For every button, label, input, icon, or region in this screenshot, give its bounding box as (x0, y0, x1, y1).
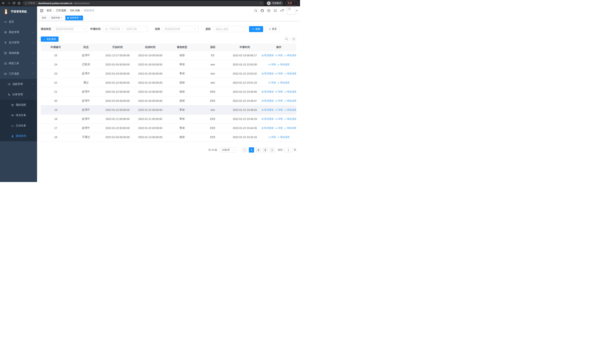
tab-0[interactable]: 首页 (40, 16, 48, 20)
breadcrumb-workflow[interactable]: 工作流程 (56, 9, 66, 12)
view-icon (275, 100, 278, 102)
cell-end: 2022-01-22 00:00:00 (134, 81, 167, 84)
progress-link[interactable]: 审批进度 (277, 136, 290, 139)
page-button-1[interactable]: 1 (249, 147, 254, 152)
search-icon (252, 28, 254, 30)
detail-link[interactable]: 详情 (268, 63, 276, 66)
help-icon[interactable] (267, 9, 271, 12)
cell-apply: 2022-01-22 23:53:32 (228, 72, 262, 75)
goto-page-input[interactable] (284, 147, 292, 152)
font-size-icon[interactable] (280, 9, 284, 12)
cancel-link[interactable]: 取消请假 (262, 127, 273, 130)
close-icon[interactable]: × (79, 17, 81, 19)
bookmark-star-icon[interactable]: ☆ (260, 1, 262, 5)
detail-link[interactable]: 详情 (268, 136, 276, 139)
address-bar[interactable]: ⚠ 不安全 dashboard.yudao.iocoder.cn/bpm/oa/… (23, 1, 264, 6)
detail-link[interactable]: 详情 (275, 72, 282, 75)
column-header-2: 开始时间 (101, 46, 134, 49)
progress-link[interactable]: 审批进度 (284, 108, 296, 112)
prev-page-button[interactable] (242, 147, 247, 152)
detail-link[interactable]: 详情 (275, 118, 282, 121)
sidebar-item-11[interactable]: 请假查询 (0, 131, 37, 141)
incognito-icon (267, 1, 271, 5)
breadcrumb-home[interactable]: 首页 (47, 9, 52, 12)
briefcase-icon (4, 72, 7, 75)
leave-type-select[interactable]: 请选择请假类型 (54, 26, 87, 32)
browser-menu-icon[interactable]: ⋮ (294, 2, 296, 5)
breadcrumb-oa[interactable]: OA 示例 (70, 9, 80, 12)
apply-time-range-picker[interactable]: 开始日期 - 结束日期 (103, 26, 148, 32)
sidebar-item-9[interactable]: 待办任务 (0, 110, 37, 121)
forward-icon[interactable] (7, 1, 10, 5)
detail-link[interactable]: 详情 (275, 127, 282, 130)
sidebar-item-8[interactable]: 我的流程 (0, 100, 37, 110)
sidebar-item-4[interactable]: 研发工具 (0, 58, 37, 69)
page-button-3[interactable]: 3 (262, 147, 268, 152)
cancel-link[interactable]: 取消请假 (262, 54, 273, 57)
sidebar-item-6[interactable]: 流程管理 (0, 79, 37, 89)
search-button[interactable]: 搜索 (249, 26, 263, 32)
chevron-down-icon (82, 28, 85, 30)
table-row: 25处理中2021-12-27 00:00:002022-01-19 00:00… (41, 51, 296, 60)
page-size-select[interactable]: 10条/页 (220, 147, 237, 152)
cell-start: 2022-01-03 00:00:00 (101, 72, 134, 75)
home-icon[interactable] (18, 1, 21, 5)
table-body: 25处理中2021-12-27 00:00:002022-01-19 00:00… (41, 51, 296, 142)
result-select[interactable]: 请选择流结果 (162, 26, 198, 32)
show-search-button[interactable] (284, 37, 289, 42)
sidebar-item-0[interactable]: 首页 (0, 17, 37, 27)
detail-link[interactable]: 详情 (275, 99, 282, 103)
progress-link[interactable]: 审批进度 (277, 81, 290, 84)
cancel-link[interactable]: 取消请假 (262, 99, 273, 103)
detail-link[interactable]: 详情 (275, 90, 282, 93)
refresh-table-button[interactable] (291, 37, 296, 42)
tab-2[interactable]: 请假查询× (66, 16, 83, 20)
page-button-2[interactable]: 2 (256, 147, 261, 152)
close-icon[interactable]: × (61, 17, 62, 19)
progress-link[interactable]: 审批进度 (284, 118, 296, 121)
column-header-6: 申请时间 (228, 46, 262, 49)
detail-link[interactable]: 详情 (275, 54, 282, 57)
cell-status: 处理中 (71, 99, 101, 103)
reload-icon[interactable] (12, 1, 16, 5)
sidebar-item-5[interactable]: 工作流程 (0, 69, 37, 79)
next-page-button[interactable] (269, 147, 275, 152)
edit-icon (277, 82, 280, 84)
sidebar-item-2[interactable]: ¥支付管理 (0, 37, 37, 48)
tab-1[interactable]: 流程详情× (49, 16, 64, 20)
fullscreen-icon[interactable] (273, 9, 277, 12)
progress-link[interactable]: 审批进度 (284, 54, 296, 57)
detail-link[interactable]: 详情 (268, 81, 276, 84)
table-row: 20处理中2022-01-04 00:00:002022-01-04 00:00… (41, 96, 296, 105)
detail-link[interactable]: 详情 (275, 108, 282, 112)
sidebar-item-1[interactable]: ⚙系统管理 (0, 27, 37, 37)
create-leave-button[interactable]: ＋ 发起请假 (41, 37, 58, 42)
reason-input[interactable] (213, 26, 245, 32)
edit-icon (277, 136, 280, 139)
cell-status: 处理中 (71, 90, 101, 93)
cancel-link[interactable]: 取消请假 (262, 72, 273, 75)
cancel-link[interactable]: 取消请假 (262, 118, 273, 121)
cancel-link[interactable]: 取消请假 (262, 108, 273, 112)
search-icon[interactable] (254, 9, 258, 12)
delete-icon (262, 54, 264, 57)
cell-reason: EEE (197, 136, 228, 139)
sidebar-item-7[interactable]: 任务管理 (0, 89, 37, 100)
reset-button[interactable]: 重置 (265, 26, 280, 32)
sidebar-item-label: 请假查询 (16, 134, 26, 138)
progress-link[interactable]: 审批进度 (284, 127, 296, 130)
sidebar-collapse-icon[interactable] (40, 9, 44, 13)
back-icon[interactable] (2, 1, 5, 5)
sidebar-item-10[interactable]: 已办任务 (0, 121, 37, 131)
github-icon[interactable] (261, 9, 264, 12)
progress-link[interactable]: 审批进度 (284, 72, 296, 75)
sidebar-item-3[interactable]: 基础设施 (0, 48, 37, 58)
progress-link[interactable]: 审批进度 (284, 90, 296, 93)
update-button[interactable]: 更新 ⋮ (285, 1, 298, 6)
security-warning[interactable]: ⚠ 不安全 (25, 1, 35, 5)
cell-end: 2022-01-26 00:00:00 (134, 63, 167, 66)
progress-link[interactable]: 审批进度 (277, 63, 290, 66)
cancel-link[interactable]: 取消请假 (262, 90, 273, 93)
user-avatar[interactable]: ▾ (287, 7, 297, 15)
progress-link[interactable]: 审批进度 (284, 99, 296, 103)
